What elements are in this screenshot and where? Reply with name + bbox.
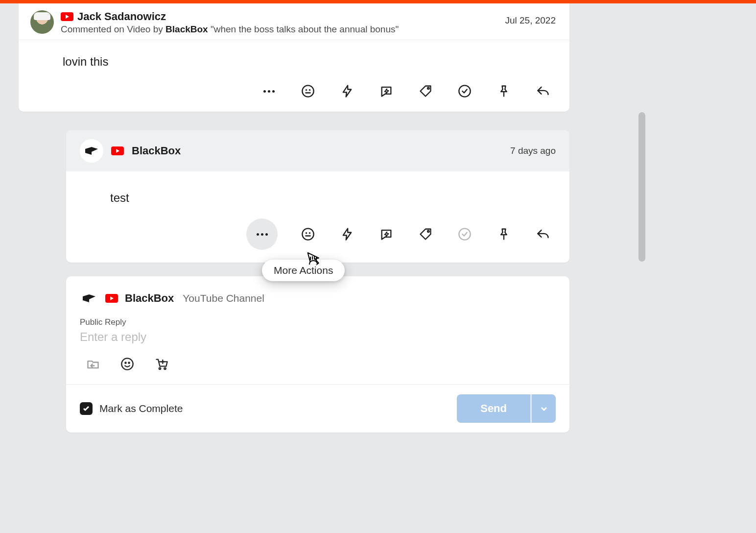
blackbox-logo-icon [84,146,99,156]
blackbox-logo-icon [82,293,96,303]
pin-icon [497,84,511,98]
send-button[interactable]: Send [457,394,530,423]
cart-icon [155,357,168,371]
comment-author[interactable]: Jack Sadanowicz [77,10,166,23]
bolt-icon [340,227,354,241]
tag-icon [419,227,432,241]
emoji-icon [120,357,134,371]
saved-reply-button[interactable] [378,225,395,243]
bolt-icon [340,84,354,98]
saved-reply-icon [379,84,393,98]
reply-header: BlackBox 7 days ago [66,130,569,171]
context-title: "when the boss talks about the annual bo… [208,24,399,34]
saved-reply-icon [379,227,393,241]
pin-icon [497,227,511,241]
sentiment-button[interactable] [299,82,317,100]
reply-icon [536,84,550,98]
send-button-group: Send [457,394,556,423]
composer-card: BlackBox YouTube Channel Public Reply Ma… [66,276,569,433]
svg-point-15 [125,363,126,363]
emoji-button[interactable] [120,357,135,371]
svg-point-11 [427,230,429,232]
youtube-icon [105,294,118,303]
saved-folder-icon [86,357,100,371]
mark-complete-label: Mark as Complete [99,403,183,414]
comment-card: Jack Sadanowicz Commented on Video by Bl… [19,3,569,112]
comment-header: Jack Sadanowicz Commented on Video by Bl… [19,3,569,40]
svg-point-14 [121,358,133,369]
reply-date: 7 days ago [510,145,556,156]
svg-point-5 [459,85,470,97]
svg-point-2 [309,90,310,90]
more-icon [263,90,275,93]
scrollbar[interactable] [638,2,646,533]
reply-type-label[interactable]: Public Reply [66,314,569,329]
pin-button[interactable] [495,82,513,100]
complete-icon [458,227,472,241]
comment-body: lovin this [19,40,569,78]
comment-date: Jul 25, 2022 [505,10,556,26]
send-options-button[interactable] [530,394,556,423]
scrollbar-thumb[interactable] [638,112,645,262]
sentiment-icon [301,227,315,241]
svg-point-18 [164,368,166,370]
composer-author[interactable]: BlackBox [125,292,174,305]
reply-body: test [66,171,569,215]
automation-button[interactable] [338,82,356,100]
svg-point-0 [302,85,313,97]
reply-button[interactable] [534,82,552,100]
reply-input[interactable] [80,330,556,344]
complete-button[interactable] [456,82,473,100]
svg-point-7 [302,228,313,240]
mark-complete-checkbox[interactable] [80,402,93,415]
more-icon [257,233,268,236]
reply-author[interactable]: BlackBox [132,145,181,157]
context-prefix: Commented on Video by [61,24,165,34]
youtube-icon [61,12,73,21]
composer-channel-type: YouTube Channel [183,292,264,304]
svg-point-8 [306,233,307,233]
check-icon [82,405,90,412]
main-viewport: Jack Sadanowicz Commented on Video by Bl… [0,0,639,533]
products-button[interactable] [154,357,169,371]
saved-replies-button[interactable] [86,357,100,371]
pin-button[interactable] [495,225,513,243]
avatar [80,289,98,308]
reply-icon [536,227,550,241]
automation-button[interactable] [338,225,356,243]
tag-icon [419,84,432,98]
tooltip: More Actions [262,260,345,281]
more-actions-button[interactable] [246,218,278,250]
comment-actions [19,78,569,112]
svg-point-1 [306,90,307,90]
sentiment-button[interactable] [299,225,317,243]
context-author[interactable]: BlackBox [165,24,208,34]
svg-point-9 [309,233,310,233]
saved-reply-button[interactable] [378,82,395,100]
svg-point-16 [128,363,129,363]
tag-button[interactable] [417,225,434,243]
comment-context: Commented on Video by BlackBox "when the… [61,24,498,35]
sentiment-icon [301,84,315,98]
youtube-icon [111,146,124,155]
svg-point-4 [427,87,429,89]
complete-icon [458,84,472,98]
composer-header: BlackBox YouTube Channel [66,276,569,314]
reply-card: BlackBox 7 days ago test [66,130,569,263]
avatar[interactable] [30,10,54,34]
composer-footer: Mark as Complete Send [66,384,569,433]
reply-button[interactable] [534,225,552,243]
complete-button[interactable] [456,225,473,243]
composer-toolbar [66,357,569,384]
chevron-down-icon [539,404,549,413]
more-actions-button[interactable] [260,82,278,100]
tag-button[interactable] [417,82,434,100]
svg-point-17 [159,368,161,370]
reply-actions [66,215,569,263]
avatar[interactable] [80,139,103,163]
svg-point-12 [459,228,470,240]
